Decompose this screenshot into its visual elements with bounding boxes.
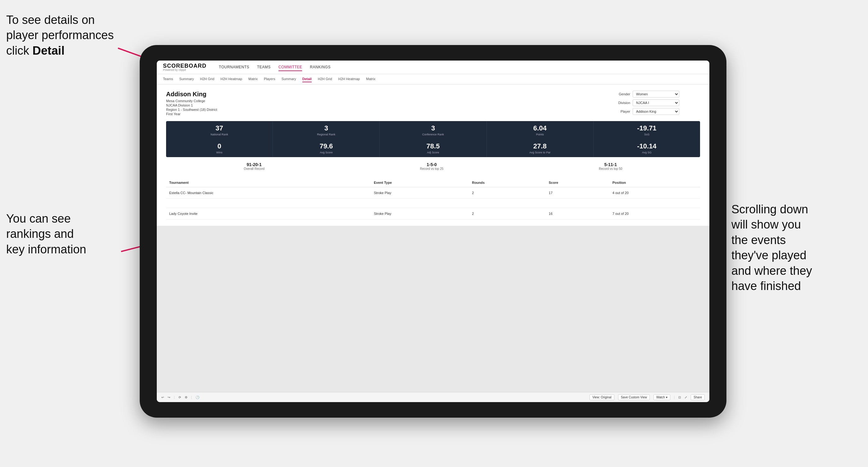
stat-regional-rank-label: Regional Rank bbox=[275, 133, 377, 136]
toolbar-refresh[interactable]: ⟳ bbox=[179, 396, 181, 399]
stat-national-rank: 37 National Rank bbox=[166, 121, 273, 139]
player-details: Addison King Mesa Community College NJCA… bbox=[166, 91, 217, 117]
subnav-teams[interactable]: Teams bbox=[163, 76, 173, 82]
col-tournament: Tournament bbox=[166, 178, 371, 187]
filter-player-label: Player bbox=[613, 110, 630, 113]
main-content: Addison King Mesa Community College NJCA… bbox=[157, 85, 709, 392]
stat-sos-label: SoS bbox=[596, 133, 698, 136]
stat-avg-score-par-value: 27.8 bbox=[489, 142, 591, 150]
stat-regional-rank: 3 Regional Rank bbox=[273, 121, 380, 139]
tablet-screen: SCOREBOARD Powered by clippd TOURNAMENTS… bbox=[157, 61, 709, 402]
cell-position-3: 7 out of 20 bbox=[610, 208, 700, 220]
logo-main: SCOREBOARD bbox=[163, 63, 207, 69]
cell-position-1: 4 out of 20 bbox=[610, 187, 700, 199]
filter-player-row: Player Addison King bbox=[613, 108, 700, 115]
nav-committee[interactable]: COMMITTEE bbox=[278, 64, 302, 71]
stats-row1: 37 National Rank 3 Regional Rank 3 Confe… bbox=[166, 121, 700, 139]
toolbar-screen[interactable]: ⊡ bbox=[678, 396, 681, 399]
stat-points-label: Points bbox=[489, 133, 591, 136]
toolbar-expand[interactable]: ⤢ bbox=[685, 396, 687, 399]
subnav-summary[interactable]: Summary bbox=[179, 76, 194, 82]
record-top25: 1-5-0 Record vs top 25 bbox=[420, 162, 444, 170]
nav-teams[interactable]: TEAMS bbox=[257, 64, 271, 71]
subnav-matrix[interactable]: Matrix bbox=[248, 76, 258, 82]
cell-event-type-3: Stroke Play bbox=[371, 208, 469, 220]
subnav-h2h-heatmap[interactable]: H2H Heatmap bbox=[220, 76, 242, 82]
toolbar-redo[interactable]: ↪ bbox=[168, 396, 170, 399]
player-division: NJCAA Division 1 bbox=[166, 103, 217, 107]
stat-national-rank-label: National Rank bbox=[168, 133, 270, 136]
cell-rounds-1: 2 bbox=[469, 187, 546, 199]
stat-avg-sg-label: Avg SG bbox=[596, 151, 698, 154]
toolbar-clock[interactable]: 🕐 bbox=[195, 396, 199, 399]
filter-player-select[interactable]: Addison King bbox=[633, 108, 679, 115]
player-info-area: Addison King Mesa Community College NJCA… bbox=[166, 91, 700, 117]
cell-event-type-1: Stroke Play bbox=[371, 187, 469, 199]
filter-gender-select[interactable]: Women bbox=[633, 91, 679, 97]
annotation-topleft: To see details on player performances cl… bbox=[6, 12, 124, 58]
filter-division-row: Division NJCAA I bbox=[613, 99, 700, 106]
stat-national-rank-value: 37 bbox=[168, 124, 270, 132]
bottom-toolbar: ↩ ↪ | ⟳ ⚙ | 🕐 View: Original Save Custom… bbox=[157, 392, 709, 402]
col-score: Score bbox=[546, 178, 610, 187]
records-row: 91-20-1 Overall Record 1-5-0 Record vs t… bbox=[166, 159, 700, 174]
subnav-matrix2[interactable]: Matrix bbox=[366, 76, 375, 82]
stat-adj-score-label: Adj Score bbox=[382, 151, 484, 154]
stat-points: 6.04 Points bbox=[487, 121, 594, 139]
toolbar-view-original[interactable]: View: Original bbox=[590, 394, 614, 400]
subnav-h2h-heatmap2[interactable]: H2H Heatmap bbox=[338, 76, 360, 82]
stat-conference-rank: 3 Conference Rank bbox=[380, 121, 487, 139]
cell-score-3: 16 bbox=[546, 208, 610, 220]
toolbar-save-custom[interactable]: Save Custom View bbox=[618, 394, 650, 400]
stats-grid-row1: 37 National Rank 3 Regional Rank 3 Confe… bbox=[166, 121, 700, 157]
stat-avg-score-par-label: Avg Score to Par bbox=[489, 151, 591, 154]
stat-avg-sg: -10.14 Avg SG bbox=[594, 139, 700, 157]
nav-tournaments[interactable]: TOURNAMENTS bbox=[219, 64, 249, 71]
stats-row2: 0 Wins 79.6 Avg Score 78.5 Adj Score 2 bbox=[166, 139, 700, 157]
record-top50-value: 5-11-1 bbox=[599, 162, 622, 167]
stat-avg-score-value: 79.6 bbox=[275, 142, 377, 150]
stat-conference-rank-label: Conference Rank bbox=[382, 133, 484, 136]
cell-tournament-3: Lady Coyote Invite bbox=[166, 208, 371, 220]
tournament-table: Tournament Event Type Rounds Score Posit… bbox=[166, 178, 700, 220]
table-row[interactable]: Estella CC- Mountain Classic Stroke Play… bbox=[166, 187, 700, 199]
stat-avg-score-label: Avg Score bbox=[275, 151, 377, 154]
col-event-type: Event Type bbox=[371, 178, 469, 187]
stat-adj-score: 78.5 Adj Score bbox=[380, 139, 487, 157]
player-region: Region 1 - Southwest (18) District bbox=[166, 108, 217, 112]
filter-gender-label: Gender bbox=[613, 92, 630, 96]
toolbar-share[interactable]: Share bbox=[691, 394, 705, 400]
toolbar-undo[interactable]: ↩ bbox=[161, 396, 164, 399]
filter-gender-row: Gender Women bbox=[613, 91, 700, 97]
player-year: First Year bbox=[166, 112, 217, 116]
stat-avg-score: 79.6 Avg Score bbox=[273, 139, 380, 157]
toolbar-sep3: | bbox=[674, 396, 675, 399]
col-rounds: Rounds bbox=[469, 178, 546, 187]
subnav-summary2[interactable]: Summary bbox=[282, 76, 296, 82]
stat-wins: 0 Wins bbox=[166, 139, 273, 157]
subnav-detail[interactable]: Detail bbox=[302, 76, 312, 82]
subnav-h2h-grid[interactable]: H2H Grid bbox=[200, 76, 214, 82]
toolbar-watch[interactable]: Watch ▾ bbox=[653, 394, 670, 400]
subnav-h2h-grid2[interactable]: H2H Grid bbox=[318, 76, 332, 82]
player-school: Mesa Community College bbox=[166, 99, 217, 103]
filter-division-select[interactable]: NJCAA I bbox=[633, 99, 679, 106]
record-overall-label: Overall Record bbox=[244, 167, 265, 170]
subnav-players[interactable]: Players bbox=[264, 76, 275, 82]
toolbar-settings[interactable]: ⚙ bbox=[185, 396, 187, 399]
stat-avg-sg-value: -10.14 bbox=[596, 142, 698, 150]
table-row-empty bbox=[166, 199, 700, 208]
col-position: Position bbox=[610, 178, 700, 187]
table-row-2[interactable]: Lady Coyote Invite Stroke Play 2 16 7 ou… bbox=[166, 208, 700, 220]
top-nav-links: TOURNAMENTS TEAMS COMMITTEE RANKINGS bbox=[219, 64, 331, 71]
stat-wins-label: Wins bbox=[168, 151, 270, 154]
top-nav: SCOREBOARD Powered by clippd TOURNAMENTS… bbox=[157, 61, 709, 74]
record-top25-label: Record vs top 25 bbox=[420, 167, 444, 170]
nav-rankings[interactable]: RANKINGS bbox=[310, 64, 331, 71]
table-header-row: Tournament Event Type Rounds Score Posit… bbox=[166, 178, 700, 187]
record-top50: 5-11-1 Record vs top 50 bbox=[599, 162, 622, 170]
record-top25-value: 1-5-0 bbox=[420, 162, 444, 167]
record-overall-value: 91-20-1 bbox=[244, 162, 265, 167]
cell-rounds-3: 2 bbox=[469, 208, 546, 220]
stat-regional-rank-value: 3 bbox=[275, 124, 377, 132]
